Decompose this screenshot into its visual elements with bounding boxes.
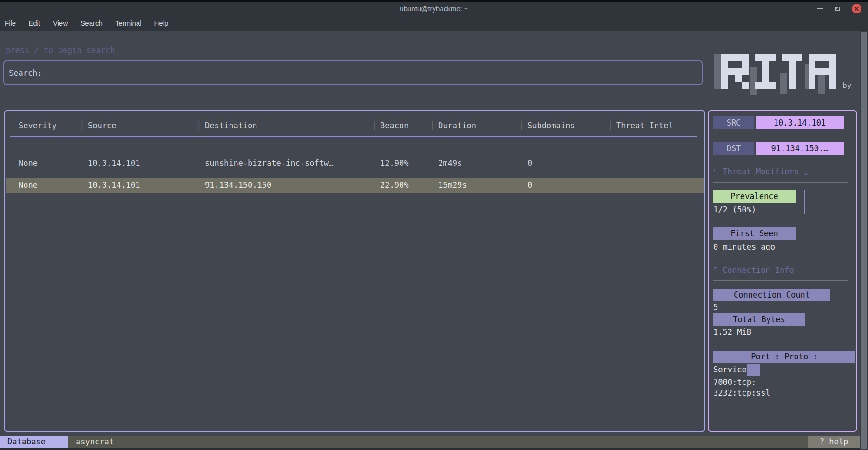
cell-source: 10.3.14.101 xyxy=(88,156,205,171)
menu-search[interactable]: Search xyxy=(80,19,103,27)
menu-view[interactable]: View xyxy=(53,19,68,27)
menu-edit[interactable]: Edit xyxy=(28,19,40,27)
cell-beacon: 22.90% xyxy=(380,178,438,193)
search-input[interactable]: Search: xyxy=(3,60,703,85)
column-divider: │ xyxy=(608,119,612,132)
total-bytes-value: 1.52 MiB xyxy=(713,327,751,337)
database-value: asyncrat xyxy=(76,436,114,448)
bracket-left: ⌜ xyxy=(713,167,718,176)
cell-threat-intel xyxy=(616,156,704,171)
terminal-window: ubuntu@tryhackme: ~ File Edit View Searc… xyxy=(0,0,868,450)
header-underline xyxy=(10,136,697,137)
port-proto-badge-wrap: Service xyxy=(713,364,760,376)
search-label: Search: xyxy=(9,68,42,78)
src-value: 10.3.14.101 xyxy=(756,116,844,129)
section-divider xyxy=(713,182,848,183)
badge-wrap-block xyxy=(747,364,760,376)
cell-beacon: 12.90% xyxy=(380,156,438,171)
window-title: ubuntu@tryhackme: ~ xyxy=(0,2,868,15)
bracket-left: ⌜ xyxy=(713,265,718,275)
column-header-duration: │Duration xyxy=(438,119,527,132)
bracket-right: ⌟ xyxy=(799,265,803,275)
total-bytes-badge: Total Bytes xyxy=(713,313,805,326)
statusbar: Database asyncrat ? help xyxy=(0,436,860,448)
bracket-right: ⌟ xyxy=(803,167,808,176)
threat-modifiers-title: ⌜Threat Modifiers⌟ xyxy=(713,167,808,176)
cell-severity: None xyxy=(19,156,88,171)
table-row[interactable]: None 10.3.14.101 sunshine-bizrate-inc-so… xyxy=(6,156,704,171)
port-proto-value: 3232:tcp:ssl xyxy=(713,388,770,397)
rita-logo-letters xyxy=(721,54,836,89)
cell-subdomains: 0 xyxy=(527,156,616,171)
modifier-scroll-indicator[interactable] xyxy=(804,190,805,214)
column-divider: │ xyxy=(372,119,376,132)
close-icon[interactable] xyxy=(852,4,861,13)
restore-icon[interactable] xyxy=(835,7,840,11)
database-badge[interactable]: Database xyxy=(0,436,68,448)
table-row-selected[interactable]: None 10.3.14.101 91.134.150.150 22.90% 1… xyxy=(6,178,704,193)
column-header-severity: Severity xyxy=(19,119,88,132)
menu-help[interactable]: Help xyxy=(154,19,169,27)
column-divider: │ xyxy=(430,119,434,132)
help-button[interactable]: ? help xyxy=(808,436,860,448)
cell-destination: sunshine-bizrate-inc-softw… xyxy=(205,156,380,171)
dst-label: DST xyxy=(713,142,754,155)
column-header-destination: │Destination xyxy=(205,119,380,132)
cell-destination: 91.134.150.150 xyxy=(205,178,380,193)
src-row: SRC 10.3.14.101 xyxy=(713,116,844,129)
rita-logo: by xyxy=(714,52,854,94)
window-controls xyxy=(817,4,861,13)
prevalence-badge: Prevalence xyxy=(713,190,796,203)
port-proto-badge: Port : Proto : xyxy=(713,351,855,363)
logo-by-text: by xyxy=(842,81,851,90)
column-divider: │ xyxy=(519,119,524,132)
column-header-subdomains: │Subdomains xyxy=(527,119,616,132)
search-hint: press / to begin search xyxy=(6,46,115,55)
cell-duration: 15m29s xyxy=(438,178,527,193)
menu-file[interactable]: File xyxy=(5,19,16,27)
cell-source: 10.3.14.101 xyxy=(88,178,205,193)
bottom-edge xyxy=(0,448,868,450)
connection-count-badge: Connection Count xyxy=(713,289,830,301)
prevalence-value: 1/2 (50%) xyxy=(713,205,756,214)
logo-glitch-bar xyxy=(714,54,721,89)
first-seen-badge: First Seen xyxy=(713,227,796,240)
minimize-icon[interactable] xyxy=(817,8,823,9)
column-divider: │ xyxy=(79,119,84,132)
table-header: Severity │Source │Destination │Beacon │D… xyxy=(5,119,704,132)
scrollbar-thumb[interactable] xyxy=(861,32,867,449)
results-table-panel: Severity │Source │Destination │Beacon │D… xyxy=(4,110,705,432)
service-label: Service xyxy=(713,365,747,374)
dst-value: 91.134.150.… xyxy=(756,142,844,155)
connection-info-title: ⌜Connection Info⌟ xyxy=(713,265,803,275)
column-divider: │ xyxy=(197,119,201,132)
menu-terminal[interactable]: Terminal xyxy=(115,19,142,27)
first-seen-value: 0 minutes ago xyxy=(713,242,775,251)
cell-severity: None xyxy=(19,178,88,193)
port-proto-value: 7000:tcp: xyxy=(713,377,756,387)
cell-subdomains: 0 xyxy=(527,178,616,193)
dst-row: DST 91.134.150.… xyxy=(713,142,844,155)
column-header-threat-intel: │Threat Intel xyxy=(616,119,704,132)
column-header-source: │Source xyxy=(88,119,205,132)
connection-count-value: 5 xyxy=(713,303,718,312)
cell-duration: 2m49s xyxy=(438,156,527,171)
scrollbar[interactable] xyxy=(860,31,868,450)
menubar: File Edit View Search Terminal Help xyxy=(0,15,868,31)
src-label: SRC xyxy=(713,116,754,129)
section-divider xyxy=(713,280,848,281)
cell-threat-intel xyxy=(616,178,704,193)
details-sidebar: SRC 10.3.14.101 DST 91.134.150.… ⌜Threat… xyxy=(708,110,857,432)
